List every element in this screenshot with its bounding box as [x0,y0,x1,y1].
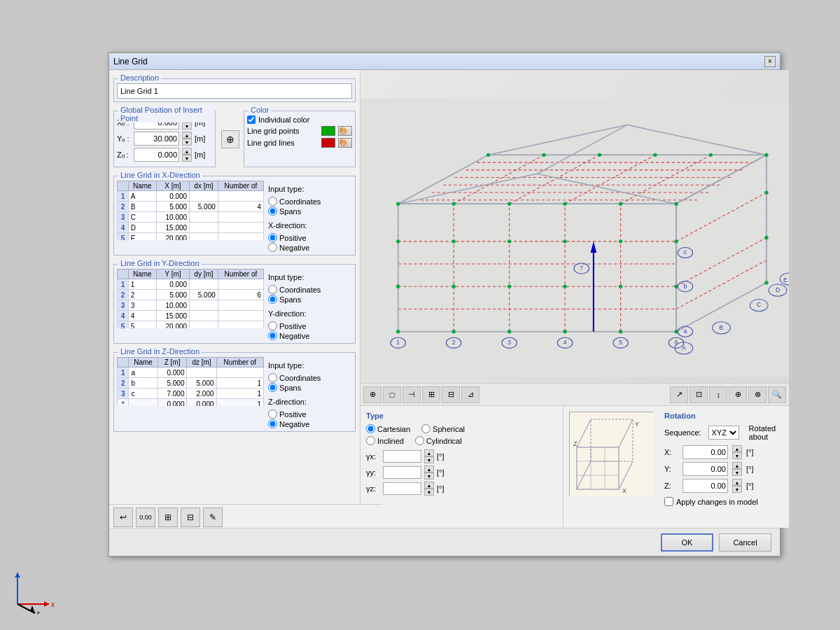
svg-point-74 [653,153,657,157]
type-spherical-label[interactable]: Spherical [421,424,465,433]
z-radio-negative[interactable]: Negative [268,419,352,428]
y-input-type-group: Coordinates Spans [268,285,352,304]
gz-spinner[interactable]: ▲ ▼ [424,482,434,496]
y-radio-spans[interactable]: Spans [268,295,352,304]
y-direction-label: Y-direction: [268,309,352,318]
y-radio-coordinates[interactable]: Coordinates [268,285,352,294]
gy-spin-down[interactable]: ▼ [424,472,434,479]
z-radio-spans[interactable]: Spans [268,383,352,392]
vp-btn-8[interactable]: ⊡ [690,386,708,403]
gz-spin-down[interactable]: ▼ [424,489,434,496]
gz-spin-up[interactable]: ▲ [424,482,434,489]
rot-y-spinner[interactable]: ▲ ▼ [732,462,742,476]
y0-input[interactable] [134,132,179,146]
y-radio-negative[interactable]: Negative [268,331,352,340]
z-radio-coordinates[interactable]: Coordinates [268,373,352,382]
vp-btn-4[interactable]: ⊞ [422,386,440,403]
rot-x-spinner[interactable]: ▲ ▼ [732,445,742,459]
gx-spin-up[interactable]: ▲ [424,449,434,456]
type-cartesian-label[interactable]: Cartesian [366,424,410,433]
gx-input[interactable] [383,450,421,463]
rot-z-spin-down[interactable]: ▼ [732,486,742,493]
rot-x-input[interactable] [682,445,728,459]
z0-spin-down[interactable]: ▼ [182,155,192,162]
y-direction-group: Positive Negative [268,321,352,340]
ok-button[interactable]: OK [661,533,713,552]
x-radio-negative[interactable]: Negative [268,243,352,252]
svg-text:b: b [684,283,687,290]
vp-btn-10[interactable]: ⊕ [729,386,747,403]
vp-btn-1[interactable]: ⊕ [363,386,382,403]
svg-point-61 [507,239,511,243]
z0-input[interactable] [134,148,179,162]
toolbar-edit-button[interactable]: ✎ [203,507,223,527]
x-direction-label: X-direction: [268,221,352,230]
y0-spin-down[interactable]: ▼ [182,139,192,146]
vp-btn-6[interactable]: ⊿ [461,386,479,403]
y-col-name: Name [128,270,156,279]
points-palette-button[interactable]: 🎨 [338,126,352,136]
left-toolbar: ↩ 0.00 ⊞ ⊟ ✎ [109,504,382,529]
vp-btn-5[interactable]: ⊟ [442,386,460,403]
x0-spin-down[interactable]: ▼ [182,122,192,130]
z0-spin-up[interactable]: ▲ [182,148,192,155]
type-cylindrical-label[interactable]: Cylindrical [415,436,462,445]
rot-z-input[interactable] [682,479,728,493]
z-radio-positive[interactable]: Positive [268,410,352,419]
svg-point-72 [542,153,545,157]
gx-spinner[interactable]: ▲ ▼ [424,449,434,463]
vp-btn-3[interactable]: ⊣ [402,386,421,403]
y-radio-positive[interactable]: Positive [268,321,352,330]
svg-point-49 [507,330,511,333]
gz-input[interactable] [383,482,421,495]
vp-btn-11[interactable]: ⊗ [748,386,766,403]
rot-x-deg: [°] [746,448,754,456]
rot-x-spin-up[interactable]: ▲ [732,445,742,452]
vp-btn-7[interactable]: ↗ [670,386,688,403]
z0-spinner[interactable]: ▲ ▼ [182,148,192,162]
toolbar-add-button[interactable]: ⊞ [158,507,178,527]
rot-y-spin-up[interactable]: ▲ [732,462,742,469]
type-inclined-label[interactable]: Inclined [366,436,404,445]
rot-y-deg: [°] [746,465,754,473]
svg-text:7: 7 [580,265,583,272]
y0-label: Y₀ : [117,134,131,144]
cancel-button[interactable]: Cancel [719,533,771,552]
gy-label: γy: [366,468,380,477]
rot-z-spinner[interactable]: ▲ ▼ [732,479,742,493]
rot-y-input[interactable] [682,462,728,476]
rot-z-spin-up[interactable]: ▲ [732,479,742,486]
svg-point-66 [451,202,455,205]
gy-spinner[interactable]: ▲ ▼ [424,465,434,479]
vp-btn-9[interactable]: ↕ [709,386,727,403]
lines-palette-button[interactable]: 🎨 [338,138,352,148]
individual-color-checkbox[interactable] [247,115,255,124]
toolbar-undo-button[interactable]: ↩ [113,507,133,527]
rot-y-spin-down[interactable]: ▼ [732,469,742,476]
z-input-type-label: Input type: [268,361,352,370]
x-radio-coordinates[interactable]: Coordinates [268,197,352,206]
type-cartesian-radio[interactable] [366,424,375,433]
gy-spin-up[interactable]: ▲ [424,465,434,472]
apply-changes-checkbox[interactable] [664,497,673,506]
gx-label: γx: [366,452,380,461]
vp-btn-12[interactable]: 🔍 [768,386,786,403]
pick-point-button[interactable]: ⊕ [221,130,239,148]
sequence-select[interactable]: XYZ XZY YXZ YZX ZXY ZYX [708,426,739,440]
description-input[interactable] [117,83,352,99]
gx-spin-down[interactable]: ▼ [424,456,434,463]
type-inclined-radio[interactable] [366,436,375,445]
x-radio-positive[interactable]: Positive [268,233,352,242]
type-cylindrical-radio[interactable] [415,436,424,445]
type-spherical-radio[interactable] [421,424,430,433]
y0-spinner[interactable]: ▲ ▼ [182,132,192,146]
close-button[interactable]: × [764,56,776,67]
gy-input[interactable] [383,466,421,479]
vp-btn-2[interactable]: □ [383,386,401,403]
viewport-toolbar: ⊕ □ ⊣ ⊞ ⊟ ⊿ ↗ ⊡ ↕ ⊕ ⊗ 🔍 [360,383,789,405]
toolbar-remove-button[interactable]: ⊟ [181,507,200,527]
rot-x-spin-down[interactable]: ▼ [732,452,742,459]
toolbar-value-button[interactable]: 0.00 [136,507,155,527]
y0-spin-up[interactable]: ▲ [182,132,192,139]
x-radio-spans[interactable]: Spans [268,206,352,216]
